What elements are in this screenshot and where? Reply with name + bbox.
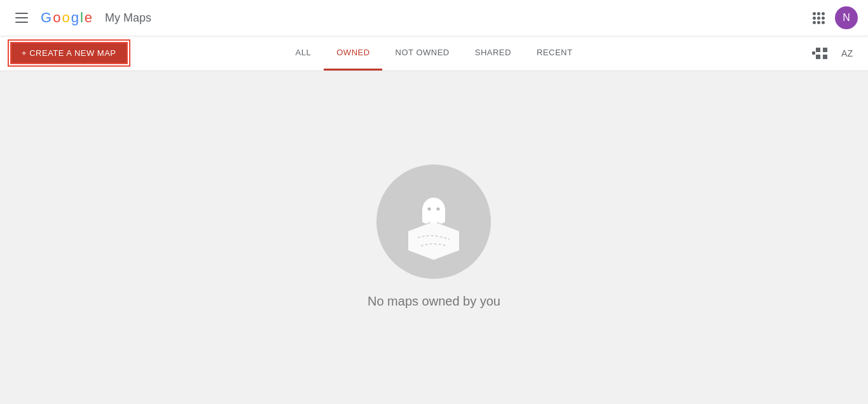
main-content: No maps owned by you	[0, 71, 868, 376]
grid-view-svg	[815, 47, 828, 60]
empty-state-illustration	[376, 165, 491, 279]
svg-point-7	[428, 207, 431, 210]
toolbar-right: AZ	[808, 42, 858, 65]
header-right: N	[807, 6, 858, 29]
tab-owned[interactable]: OWNED	[324, 36, 382, 71]
app-name: My Maps	[105, 11, 151, 25]
svg-point-8	[437, 207, 440, 210]
svg-rect-3	[823, 55, 827, 59]
header-left: Google My Maps	[10, 8, 151, 28]
svg-rect-0	[816, 48, 820, 52]
tab-shared[interactable]: SHARED	[462, 36, 524, 71]
google-apps-icon[interactable]	[807, 6, 830, 29]
svg-marker-4	[408, 222, 459, 260]
svg-rect-1	[823, 48, 827, 52]
user-avatar[interactable]: N	[835, 6, 858, 29]
tab-all[interactable]: ALL	[283, 36, 324, 71]
empty-state: No maps owned by you	[368, 165, 500, 309]
tab-recent[interactable]: RECENT	[524, 36, 585, 71]
sort-az-button[interactable]: AZ	[836, 44, 858, 62]
header: Google My Maps N	[0, 0, 868, 36]
tab-not-owned[interactable]: NOT OWNED	[383, 36, 462, 71]
list-view-icon[interactable]	[808, 42, 831, 65]
toolbar: + CREATE A NEW MAP ALL OWNED NOT OWNED S…	[0, 36, 868, 71]
empty-message: No maps owned by you	[368, 294, 500, 309]
svg-rect-2	[816, 55, 820, 59]
google-logo[interactable]: Google	[41, 10, 92, 26]
hamburger-menu-icon[interactable]	[10, 8, 33, 28]
tabs: ALL OWNED NOT OWNED SHARED RECENT	[283, 36, 586, 71]
empty-illustration-svg	[389, 177, 478, 266]
create-new-map-button[interactable]: + CREATE A NEW MAP	[10, 42, 128, 64]
